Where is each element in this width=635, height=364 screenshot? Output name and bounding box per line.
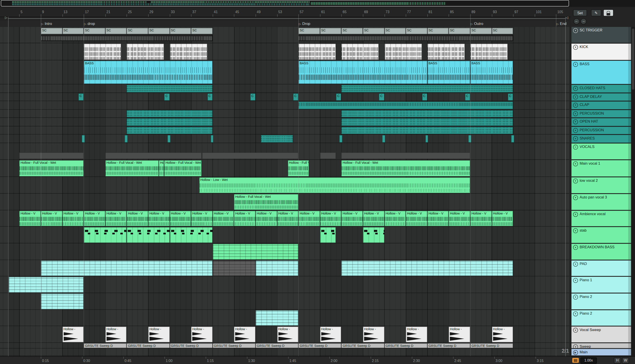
lock-icon[interactable] bbox=[603, 9, 614, 16]
clip[interactable] bbox=[210, 135, 214, 142]
clip[interactable]: Hollow - V bbox=[384, 211, 406, 226]
track-header-vocal-sweep[interactable]: ▾Vocal Sweep bbox=[571, 326, 631, 342]
clip[interactable]: Hollow - V bbox=[19, 211, 41, 226]
track-header-sweep[interactable]: ▾Sweep bbox=[571, 343, 631, 348]
clip[interactable]: Hollow - V bbox=[127, 211, 148, 226]
track-header-snares[interactable]: ▾SNARES bbox=[571, 135, 631, 142]
clip[interactable]: C bbox=[164, 94, 169, 101]
fold-arrow-icon[interactable]: ▾ bbox=[573, 312, 578, 316]
clip[interactable]: SC bbox=[148, 28, 169, 34]
fold-arrow-icon[interactable]: ▾ bbox=[573, 344, 578, 348]
fold-arrow-icon[interactable]: ▾ bbox=[573, 178, 578, 183]
forward-arrow-button[interactable]: → bbox=[580, 18, 586, 24]
fold-arrow-icon[interactable]: ▾ bbox=[573, 120, 578, 124]
vertical-scrollbar[interactable] bbox=[631, 27, 635, 356]
clip[interactable] bbox=[213, 260, 256, 276]
fold-arrow-icon[interactable]: ▾ bbox=[573, 28, 578, 33]
clip[interactable] bbox=[341, 127, 513, 134]
fold-arrow-icon[interactable]: ▾ bbox=[573, 45, 578, 50]
clip[interactable]: Hollow - V bbox=[492, 211, 513, 226]
fold-arrow-icon[interactable]: ▾ bbox=[573, 328, 578, 333]
clip[interactable] bbox=[19, 152, 84, 159]
clip[interactable]: Hollow - bbox=[363, 326, 384, 342]
fold-arrow-icon[interactable]: ▾ bbox=[573, 245, 578, 250]
clip[interactable] bbox=[382, 135, 385, 142]
clip[interactable]: C bbox=[508, 94, 513, 101]
clip[interactable] bbox=[261, 135, 293, 142]
time-ruler[interactable]: 1.00x H W 0:150:300:451:001:151:301:452:… bbox=[0, 356, 635, 364]
track-header-clap[interactable]: ▾CLAP bbox=[571, 102, 631, 109]
fold-arrow-icon[interactable]: ▾ bbox=[573, 295, 578, 300]
clip[interactable] bbox=[299, 44, 336, 60]
clip[interactable] bbox=[341, 260, 513, 276]
clip[interactable] bbox=[169, 227, 213, 243]
clip[interactable] bbox=[320, 227, 336, 243]
clip[interactable] bbox=[470, 44, 508, 60]
clip[interactable]: Hollow - V bbox=[213, 211, 234, 226]
beat-time-ruler[interactable]: 5913172125293337414549535761656973778185… bbox=[0, 7, 635, 17]
clip[interactable] bbox=[202, 152, 299, 159]
clip[interactable]: GRSUTE Sweep D bbox=[213, 343, 256, 348]
clip[interactable]: GRSUTE Sweep D bbox=[256, 343, 299, 348]
track-header-sc-trigger[interactable]: ▾SC TRIGGER bbox=[571, 27, 631, 43]
fold-arrow-icon[interactable]: ▾ bbox=[573, 111, 578, 116]
clip[interactable]: Hollow - Full Vocal - Wet bbox=[234, 194, 298, 210]
clip[interactable]: SC bbox=[41, 28, 62, 34]
clip[interactable] bbox=[299, 102, 513, 109]
track-header-clap-delay[interactable]: ▾CLAP DELAY bbox=[571, 94, 631, 101]
overview-viewport-box[interactable] bbox=[1, 0, 569, 6]
clip[interactable] bbox=[256, 260, 299, 276]
clip[interactable]: BASS bbox=[84, 61, 213, 84]
clip[interactable]: Hollow - bbox=[320, 326, 341, 342]
clip[interactable] bbox=[320, 152, 336, 159]
fold-arrow-icon[interactable]: ▾ bbox=[573, 128, 578, 133]
clip[interactable] bbox=[341, 152, 470, 159]
clip[interactable]: GRSUTE Sweep D bbox=[127, 343, 170, 348]
clip[interactable]: SC bbox=[127, 28, 148, 34]
clip[interactable]: Hollow - bbox=[406, 326, 427, 342]
clip[interactable] bbox=[363, 227, 384, 243]
track-header-main-vocal-1[interactable]: ▾Main vocal 1 bbox=[571, 160, 631, 176]
clip[interactable]: C bbox=[336, 94, 341, 101]
track-header-percussion[interactable]: ▾PERCUSSION bbox=[571, 110, 631, 118]
clip[interactable]: SC bbox=[406, 28, 427, 34]
clip[interactable]: Hollow - V bbox=[470, 211, 492, 226]
track-header-main[interactable]: ▶Main bbox=[571, 349, 631, 355]
clip[interactable]: Hollow - V bbox=[299, 211, 320, 226]
set-button[interactable]: Set bbox=[573, 9, 587, 16]
back-arrow-button[interactable]: ← bbox=[573, 18, 579, 24]
menu-icon[interactable]: ≡ bbox=[573, 144, 578, 150]
clip[interactable]: Hollow - V bbox=[406, 211, 427, 226]
fold-arrow-icon[interactable]: ▾ bbox=[573, 103, 578, 108]
clip[interactable]: SC bbox=[427, 28, 449, 34]
clip[interactable]: BASS bbox=[299, 61, 427, 84]
clip[interactable]: Hollow - V bbox=[256, 211, 277, 226]
clip[interactable]: Hollow - Full Vocal - Wet bbox=[341, 160, 470, 176]
fold-arrow-icon[interactable]: ▾ bbox=[573, 212, 578, 217]
clip[interactable]: Hollow - bbox=[148, 326, 169, 342]
loop-brace[interactable]: ▷◁ bbox=[0, 17, 569, 21]
track-header-vocals[interactable]: ≡VOCALS bbox=[571, 144, 631, 159]
track-header-stab[interactable]: ▾stab bbox=[571, 227, 631, 243]
clip[interactable]: Hollow - V bbox=[277, 211, 298, 226]
fold-arrow-icon[interactable]: ▾ bbox=[573, 262, 578, 266]
clip[interactable]: GRSUTE Sweep D bbox=[341, 343, 384, 348]
width-zoom-button[interactable]: W bbox=[622, 358, 629, 364]
clip[interactable] bbox=[425, 135, 428, 142]
clip[interactable]: Hollow - V bbox=[148, 211, 169, 226]
clip[interactable] bbox=[127, 85, 213, 92]
clip[interactable]: SC bbox=[449, 28, 470, 34]
clip[interactable] bbox=[384, 44, 422, 60]
clip[interactable] bbox=[299, 35, 513, 41]
clip[interactable] bbox=[9, 277, 84, 292]
clip[interactable]: Hollow - Full Vocal - Wet bbox=[164, 160, 202, 176]
locator-intro[interactable]: ▷Intro bbox=[41, 21, 52, 26]
clip[interactable]: GRSUTE Sweep D bbox=[84, 343, 127, 348]
clip[interactable]: Hollow - bbox=[449, 326, 470, 342]
clip[interactable]: Hollow - V bbox=[41, 211, 62, 226]
clip[interactable]: Hollow - bbox=[62, 326, 84, 342]
clip[interactable]: C bbox=[465, 94, 470, 101]
clip[interactable]: SC bbox=[299, 28, 320, 34]
fold-arrow-icon[interactable]: ▾ bbox=[573, 94, 578, 100]
clip[interactable]: Hollow - Low - Wet bbox=[199, 177, 470, 193]
